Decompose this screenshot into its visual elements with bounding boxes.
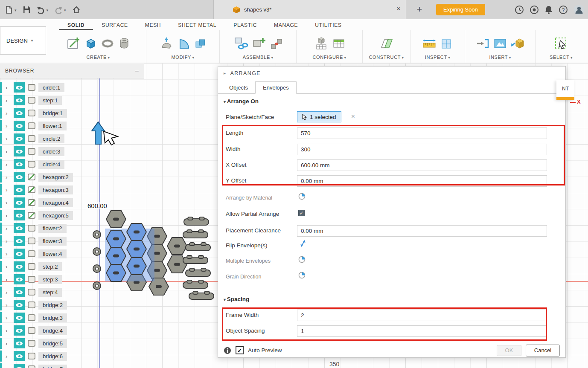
visibility-eye-icon[interactable]: [14, 236, 25, 246]
section-analysis-icon[interactable]: [440, 37, 453, 50]
item-label[interactable]: step:1: [38, 96, 62, 105]
link-component-icon[interactable]: [233, 36, 248, 51]
browser-item[interactable]: flower:2: [0, 222, 144, 235]
visibility-eye-icon[interactable]: [14, 159, 25, 169]
expand-chevron-icon[interactable]: [6, 187, 11, 193]
visibility-eye-icon[interactable]: [14, 95, 25, 105]
insert-canvas-image-icon[interactable]: [493, 37, 507, 50]
info-icon[interactable]: [224, 347, 231, 354]
expand-chevron-icon[interactable]: [6, 161, 11, 168]
expand-chevron-icon[interactable]: [6, 289, 11, 296]
expand-chevron-icon[interactable]: [6, 327, 11, 334]
item-label[interactable]: bridge:5: [38, 339, 67, 348]
measure-ruler-icon[interactable]: [422, 37, 437, 50]
visibility-eye-icon[interactable]: [14, 261, 25, 272]
browser-item[interactable]: step:4: [0, 286, 144, 298]
avatar[interactable]: [573, 4, 585, 15]
auto-preview-checkbox[interactable]: [236, 346, 244, 354]
item-label[interactable]: flower:1: [38, 122, 67, 130]
visibility-eye-icon[interactable]: [14, 197, 25, 208]
browser-item[interactable]: circle:2: [0, 132, 144, 145]
inspect-menu-label[interactable]: INSPECT: [425, 55, 450, 60]
visibility-eye-icon[interactable]: [14, 274, 25, 284]
item-label[interactable]: hexagon:5: [38, 211, 73, 220]
arrange-by-material-toggle-icon[interactable]: [298, 193, 306, 200]
browser-item[interactable]: bridge:5: [0, 337, 144, 350]
allow-partial-checkbox[interactable]: [298, 210, 305, 216]
length-input[interactable]: [297, 127, 547, 139]
visibility-eye-icon[interactable]: [14, 338, 25, 348]
modify-menu-label[interactable]: MODIFY: [172, 55, 195, 60]
object-spacing-input[interactable]: [297, 325, 547, 337]
insert-derive-icon[interactable]: [476, 37, 489, 50]
press-pull-icon[interactable]: [159, 36, 174, 51]
browser-item[interactable]: step:1: [0, 94, 144, 107]
expand-chevron-icon[interactable]: [6, 123, 11, 129]
construct-menu-label[interactable]: CONSTRUCT: [369, 55, 404, 60]
visibility-eye-icon[interactable]: [14, 146, 25, 156]
multiple-envelopes-toggle-icon[interactable]: [298, 256, 306, 263]
browser-item[interactable]: bridge:3: [0, 311, 144, 324]
visibility-eye-icon[interactable]: [14, 210, 25, 220]
close-tab-icon[interactable]: ×: [396, 5, 401, 12]
visibility-eye-icon[interactable]: [14, 249, 25, 259]
dialog-titlebar[interactable]: ARRANGE: [218, 67, 565, 80]
browser-item[interactable]: hexagon:2: [0, 171, 144, 183]
visibility-eye-icon[interactable]: [14, 172, 25, 182]
expand-chevron-icon[interactable]: [6, 276, 11, 283]
browser-item[interactable]: step:3: [0, 273, 144, 286]
tab-sheet-metal[interactable]: SHEET METAL: [169, 20, 225, 30]
browser-item[interactable]: bridge:1: [0, 107, 144, 119]
item-label[interactable]: circle:1: [38, 83, 64, 92]
expand-chevron-icon[interactable]: [6, 148, 11, 155]
browser-item[interactable]: circle:3: [0, 145, 144, 158]
tab-plastic[interactable]: PLASTIC: [225, 20, 265, 30]
expand-chevron-icon[interactable]: [6, 97, 11, 104]
browser-item[interactable]: hexagon:3: [0, 183, 144, 196]
create-menu-label[interactable]: CREATE: [87, 55, 110, 60]
construction-plane-icon[interactable]: [379, 36, 394, 51]
tab-utilities[interactable]: UTILITIES: [306, 20, 350, 30]
browser-item[interactable]: hexagon:4: [0, 196, 144, 209]
grain-direction-toggle-icon[interactable]: [298, 272, 306, 279]
browser-item[interactable]: hexagon:5: [0, 209, 144, 222]
item-label[interactable]: step:3: [38, 275, 62, 284]
visibility-eye-icon[interactable]: [14, 133, 25, 144]
visibility-eye-icon[interactable]: [14, 325, 25, 336]
comment-panel-fragment[interactable]: NT: [556, 80, 574, 100]
expand-chevron-icon[interactable]: [6, 225, 11, 232]
ok-button[interactable]: OK: [497, 345, 521, 356]
create-sketch-icon[interactable]: [66, 36, 81, 51]
assemble-menu-label[interactable]: ASSEMBLE: [243, 55, 274, 60]
visibility-eye-icon[interactable]: [14, 364, 25, 368]
tab-manage[interactable]: MANAGE: [265, 20, 306, 30]
expand-chevron-icon[interactable]: [6, 302, 11, 308]
browser-item[interactable]: flower:1: [0, 119, 144, 132]
visibility-eye-icon[interactable]: [14, 185, 25, 195]
tab-surface[interactable]: SURFACE: [93, 20, 137, 30]
item-label[interactable]: hexagon:2: [38, 173, 73, 182]
visibility-eye-icon[interactable]: [14, 223, 25, 233]
browser-item[interactable]: circle:4: [0, 158, 144, 171]
browser-collapse-button[interactable]: –: [135, 67, 139, 75]
undo-button[interactable]: [35, 5, 51, 15]
section-spacing[interactable]: Spacing: [224, 296, 249, 302]
width-input[interactable]: [297, 144, 547, 155]
extrude-box-icon[interactable]: [84, 37, 97, 50]
section-arrange-on[interactable]: Arrange On: [224, 98, 259, 104]
browser-item[interactable]: bridge:6: [0, 350, 144, 362]
item-label[interactable]: flower:2: [38, 224, 67, 233]
frame-width-input[interactable]: [297, 310, 547, 321]
placement-clearance-input[interactable]: [297, 225, 547, 237]
tab-objects[interactable]: Objects: [222, 82, 255, 93]
revolve-torus-icon[interactable]: [101, 37, 114, 50]
new-component-icon[interactable]: [252, 36, 266, 51]
visibility-eye-icon[interactable]: [14, 287, 25, 297]
document-tab[interactable]: shapes v3* ×: [213, 0, 406, 19]
visibility-eye-icon[interactable]: [14, 108, 25, 118]
expand-chevron-icon[interactable]: [6, 238, 11, 244]
expand-chevron-icon[interactable]: [6, 340, 11, 347]
visibility-eye-icon[interactable]: [14, 82, 25, 93]
expiring-soon-button[interactable]: Expiring Soon: [436, 4, 485, 15]
browser-item[interactable]: flower:3: [0, 235, 144, 247]
